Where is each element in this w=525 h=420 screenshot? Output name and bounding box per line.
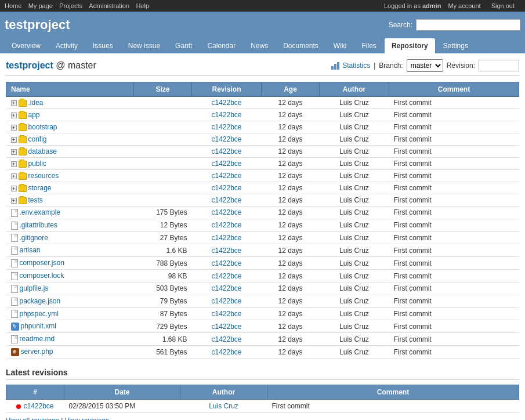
search-input[interactable] (416, 19, 520, 31)
expand-icon[interactable]: + (11, 198, 17, 204)
revision-link[interactable]: c1422bce (211, 99, 241, 107)
topbar-projects-link[interactable]: Projects (59, 2, 82, 9)
file-link[interactable]: phpunit.xml (21, 322, 56, 330)
revision-link[interactable]: c1422bce (211, 234, 241, 242)
revision-link[interactable]: c1422bce (211, 135, 241, 143)
tab-news[interactable]: News (244, 38, 275, 53)
topbar-administration-link[interactable]: Administration (89, 2, 129, 9)
revision-link[interactable]: c1422bce (211, 221, 241, 229)
revision-link[interactable]: c1422bce (211, 160, 241, 168)
expand-icon[interactable]: + (11, 161, 17, 167)
tab-activity[interactable]: Activity (49, 38, 85, 53)
file-link[interactable]: composer.lock (20, 271, 64, 280)
special-file-icon: ↻ (11, 323, 19, 331)
table-row: phpspec.yml87 Bytesc1422bce12 daysLuis C… (6, 307, 519, 320)
revision-link[interactable]: c1422bce (211, 184, 241, 192)
expand-icon[interactable]: + (11, 137, 17, 143)
file-link[interactable]: gulpfile.js (20, 284, 49, 292)
tab-documents[interactable]: Documents (276, 38, 325, 53)
col-header-size: Size (134, 82, 192, 97)
file-link[interactable]: .gitignore (20, 234, 48, 242)
revision-link[interactable]: c1422bce (211, 284, 241, 292)
topbar: Home My page Projects Administration Hel… (0, 0, 525, 12)
revision-link[interactable]: c1422bce (211, 272, 241, 280)
revision-link[interactable]: c1422bce (211, 196, 241, 204)
file-link[interactable]: .idea (28, 99, 44, 107)
tab-repository[interactable]: Repository (385, 38, 435, 53)
file-link[interactable]: package.json (20, 297, 61, 305)
file-link[interactable]: bootstrap (28, 123, 57, 131)
file-link[interactable]: config (28, 135, 47, 143)
col-header-author: Author (320, 82, 389, 97)
tab-wiki[interactable]: Wiki (327, 38, 354, 53)
expand-icon[interactable]: + (11, 125, 17, 131)
table-row: .gitignore27 Bytesc1422bce12 daysLuis Cr… (6, 231, 519, 244)
file-link[interactable]: public (28, 160, 46, 168)
file-link[interactable]: app (28, 111, 40, 119)
revision-link[interactable]: c1422bce (211, 208, 241, 216)
tab-calendar[interactable]: Calendar (200, 38, 242, 53)
file-icon (11, 298, 18, 306)
project-link[interactable]: testproject (6, 60, 53, 70)
revision-link[interactable]: c1422bce (211, 259, 241, 267)
file-link[interactable]: resources (28, 172, 59, 180)
expand-icon[interactable]: + (11, 113, 17, 118)
file-link[interactable]: tests (28, 196, 43, 204)
expand-icon[interactable]: + (11, 149, 17, 155)
file-revision-cell: c1422bce (192, 282, 262, 295)
logged-in-label: Logged in as admin (384, 2, 441, 9)
view-revisions-link[interactable]: View revisions (65, 417, 109, 420)
revision-link[interactable]: c1422bce (211, 147, 241, 155)
tab-settings[interactable]: Settings (436, 38, 475, 53)
tab-files[interactable]: Files (355, 38, 383, 53)
revision-link[interactable]: c1422bce (211, 310, 241, 318)
file-name-cell: ↻phpunit.xml (6, 320, 134, 333)
topbar-help-link[interactable]: Help (136, 2, 149, 9)
file-link[interactable]: storage (28, 184, 52, 192)
revision-link[interactable]: c1422bce (211, 348, 241, 356)
file-link[interactable]: readme.md (20, 335, 55, 343)
rev-author-link[interactable]: Luis Cruz (209, 402, 238, 410)
revision-link[interactable]: c1422bce (211, 297, 241, 305)
tab-new-issue[interactable]: New issue (121, 38, 167, 53)
expand-icon[interactable]: + (11, 100, 17, 106)
file-comment-cell: First commit (389, 146, 519, 158)
table-row: readme.md1.68 KBc1422bce12 daysLuis Cruz… (6, 333, 519, 346)
revision-link[interactable]: c1422bce (211, 123, 241, 131)
file-link[interactable]: database (28, 147, 57, 155)
tab-overview[interactable]: Overview (5, 38, 48, 53)
tab-issues[interactable]: Issues (86, 38, 120, 53)
file-icon (11, 222, 18, 230)
revision-link[interactable]: c1422bce (211, 247, 241, 255)
sign-out-link[interactable]: Sign out (491, 2, 515, 9)
expand-icon[interactable]: + (11, 186, 17, 191)
tab-gantt[interactable]: Gantt (168, 38, 199, 53)
statistics-link[interactable]: Statistics (331, 61, 370, 70)
rev-hash-link[interactable]: c1422bce (23, 402, 53, 410)
file-link[interactable]: .gitattributes (20, 221, 57, 229)
topbar-mypage-link[interactable]: My page (28, 2, 53, 9)
folder-icon (19, 112, 27, 119)
file-age-cell: 12 days (262, 244, 320, 257)
revision-input[interactable] (479, 60, 519, 71)
file-link[interactable]: artisan (20, 246, 41, 254)
file-comment-cell: First commit (389, 219, 519, 231)
branch-select[interactable]: master (407, 59, 443, 72)
revision-link[interactable]: c1422bce (211, 111, 241, 119)
file-link[interactable]: .env.example (20, 208, 60, 216)
file-revision-cell: c1422bce (192, 170, 262, 182)
revision-link[interactable]: c1422bce (211, 172, 241, 180)
revision-link[interactable]: c1422bce (211, 335, 241, 343)
file-name-cell: +config (6, 133, 134, 146)
revision-link[interactable]: c1422bce (211, 323, 241, 331)
file-comment-cell: First commit (389, 182, 519, 194)
file-link[interactable]: server.php (21, 347, 53, 356)
revisions-title: Latest revisions (6, 368, 519, 380)
view-all-revisions-link[interactable]: View all revisions (6, 417, 59, 420)
file-link[interactable]: composer.json (20, 259, 64, 267)
my-account-link[interactable]: My account (448, 2, 480, 9)
file-revision-cell: c1422bce (192, 295, 262, 307)
topbar-home-link[interactable]: Home (5, 2, 21, 9)
expand-icon[interactable]: + (11, 173, 17, 179)
file-link[interactable]: phpspec.yml (20, 310, 59, 318)
